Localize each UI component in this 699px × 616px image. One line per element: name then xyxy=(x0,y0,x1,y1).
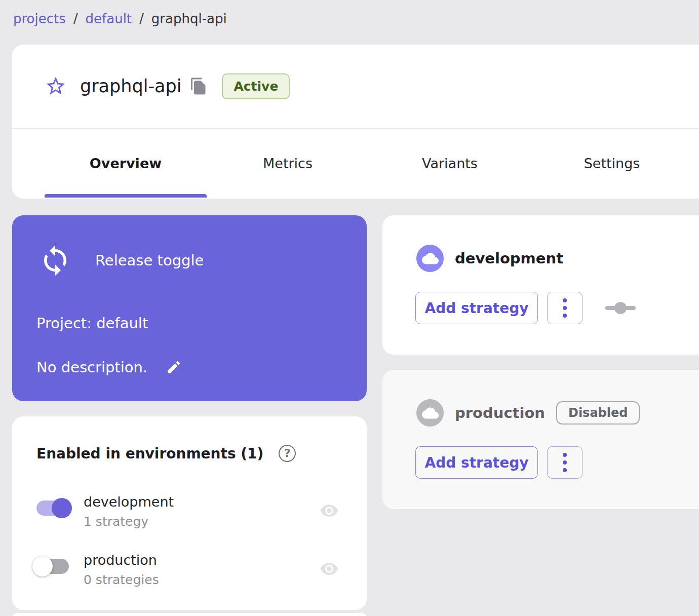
toggle-thumb xyxy=(32,556,53,576)
enabled-environments-header: Enabled in environments (1) ? xyxy=(36,445,296,462)
environment-card-development: development Add strategy xyxy=(382,215,699,355)
breadcrumb-separator: / xyxy=(139,11,144,26)
next-card-peek xyxy=(12,613,367,616)
environment-disabled-badge: Disabled xyxy=(556,401,640,425)
breadcrumb-current: graphql-api xyxy=(151,11,227,26)
cloud-icon xyxy=(422,250,439,267)
strategy-node-icon xyxy=(605,301,636,315)
breadcrumb: projects / default / graphql-api xyxy=(13,11,227,26)
environment-toggle-row-production: production 0 strategies xyxy=(12,552,367,593)
environment-cloud-badge xyxy=(416,399,444,427)
feature-description: No description. xyxy=(36,359,147,376)
environment-toggle-row-development: development 1 strategy xyxy=(12,494,367,534)
environment-row-labels: production 0 strategies xyxy=(84,552,159,587)
feature-type-label: Release toggle xyxy=(95,252,204,269)
environment-card-production: production Disabled Add strategy xyxy=(382,370,699,509)
tab-variants[interactable]: Variants xyxy=(369,129,531,198)
status-badge: Active xyxy=(222,73,290,99)
feature-info-card: Release toggle Project: default No descr… xyxy=(12,215,367,401)
page-title: graphql-api xyxy=(80,76,181,96)
feature-type-row: Release toggle xyxy=(38,244,204,277)
feature-description-row: No description. xyxy=(36,359,182,376)
kebab-dot xyxy=(563,468,567,472)
kebab-dot xyxy=(563,298,567,302)
environment-header: production Disabled xyxy=(416,399,640,427)
environment-more-menu-button[interactable] xyxy=(547,446,582,479)
breadcrumb-link-default[interactable]: default xyxy=(86,11,132,26)
environment-actions: Add strategy xyxy=(415,446,582,479)
kebab-dot xyxy=(563,306,567,310)
kebab-dot xyxy=(563,460,567,465)
environment-name: production xyxy=(455,404,545,421)
kebab-dot xyxy=(563,453,567,457)
breadcrumb-separator: / xyxy=(73,11,78,26)
feature-header-card: graphql-api Active Overview Metrics Vari… xyxy=(12,45,699,199)
help-icon[interactable]: ? xyxy=(279,445,296,462)
environment-toggle-development[interactable] xyxy=(34,498,73,518)
release-toggle-icon xyxy=(38,244,72,277)
toggle-thumb xyxy=(52,498,72,518)
add-strategy-button[interactable]: Add strategy xyxy=(415,292,538,324)
tab-settings[interactable]: Settings xyxy=(531,129,693,198)
environment-cloud-badge xyxy=(416,245,444,272)
add-strategy-button[interactable]: Add strategy xyxy=(415,446,538,479)
tab-metrics[interactable]: Metrics xyxy=(207,129,369,198)
enabled-environments-title: Enabled in environments (1) xyxy=(36,445,263,462)
enabled-environments-card: Enabled in environments (1) ? developmen… xyxy=(12,416,367,610)
active-tab-indicator xyxy=(45,194,207,198)
breadcrumb-link-projects[interactable]: projects xyxy=(13,11,66,26)
environment-row-name: development xyxy=(84,494,174,510)
feature-header-row: graphql-api Active xyxy=(12,45,699,129)
environment-strategy-count: 0 strategies xyxy=(84,572,159,587)
copy-name-icon[interactable] xyxy=(189,77,208,95)
environment-row-name: production xyxy=(84,552,159,568)
environment-toggle-production[interactable] xyxy=(34,556,73,576)
environment-header: development xyxy=(416,245,563,272)
environment-more-menu-button[interactable] xyxy=(547,292,582,324)
tab-overview[interactable]: Overview xyxy=(45,129,207,198)
edit-description-icon[interactable] xyxy=(166,359,182,375)
feature-project-label: Project: default xyxy=(36,315,148,332)
kebab-dot xyxy=(563,314,567,318)
visibility-eye-icon[interactable] xyxy=(316,501,342,520)
favorite-star-icon[interactable] xyxy=(45,75,67,97)
visibility-eye-icon[interactable] xyxy=(316,559,342,579)
environment-strategy-count: 1 strategy xyxy=(84,514,174,529)
feature-tabs: Overview Metrics Variants Settings xyxy=(12,129,699,198)
environment-name: development xyxy=(455,250,563,267)
cloud-icon xyxy=(422,405,439,421)
environment-row-labels: development 1 strategy xyxy=(84,494,174,529)
environment-actions: Add strategy xyxy=(415,292,636,324)
